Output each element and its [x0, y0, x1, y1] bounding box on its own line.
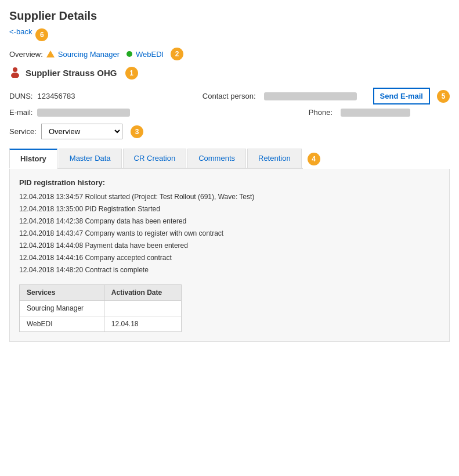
supplier-name: Supplier Strauss OHG	[26, 68, 117, 78]
services-table: Services Activation Date Sourcing Manage…	[19, 284, 182, 332]
history-item: 12.04.2018 14:44:16 Company accepted con…	[19, 253, 440, 263]
duns-value: 123456783	[37, 92, 75, 100]
badge-service: 3	[131, 125, 143, 138]
contact-label: Contact person:	[203, 92, 256, 100]
history-item: 12.04.2018 13:34:57 Rollout started (Pro…	[19, 192, 440, 202]
send-email-button[interactable]: Send E-mail	[373, 88, 430, 104]
badge-back: 6	[35, 28, 48, 41]
email-value-blurred	[37, 109, 130, 117]
badge-webedi: 2	[171, 48, 183, 60]
tab-master-data[interactable]: Master Data	[59, 149, 122, 168]
activation-date-cell	[104, 301, 181, 316]
svg-point-0	[13, 67, 17, 72]
history-item: 12.04.2018 14:44:08 Payment data have be…	[19, 240, 440, 251]
tab-retention[interactable]: Retention	[247, 149, 302, 168]
history-item: 12.04.2018 14:43:47 Company wants to reg…	[19, 228, 440, 239]
activation-col-header: Activation Date	[104, 285, 181, 301]
duns-label: DUNS:	[9, 92, 32, 100]
back-link[interactable]: <-back	[9, 27, 32, 36]
tab-content-history: PID registration history: 12.04.2018 13:…	[9, 169, 450, 342]
history-item: 12.04.2018 14:42:38 Company data has bee…	[19, 216, 440, 226]
contact-value-blurred	[264, 92, 357, 100]
svg-point-1	[11, 73, 19, 78]
service-label: Service:	[9, 127, 37, 136]
phone-label: Phone:	[309, 108, 332, 117]
services-col-header: Services	[20, 285, 104, 301]
service-select[interactable]: Overview Details History	[41, 124, 122, 139]
tab-history[interactable]: History	[9, 149, 57, 169]
overview-label: Overview:	[9, 50, 43, 59]
supplier-person-icon	[9, 66, 21, 80]
person-icon	[9, 66, 21, 78]
tab-comments[interactable]: Comments	[187, 149, 246, 168]
tabs-container: History Master Data CR Creation Comments…	[9, 149, 303, 169]
webedi-link[interactable]: WebEDI	[136, 50, 164, 59]
history-item: 12.04.2018 14:48:20 Contract is complete	[19, 265, 440, 275]
badge-tabs: 4	[308, 153, 320, 165]
badge-send: 5	[437, 90, 450, 103]
sourcing-icon	[46, 51, 55, 57]
green-dot-icon	[127, 51, 132, 57]
page-title: Supplier Details	[9, 9, 450, 23]
sourcing-manager-link[interactable]: Sourcing Manager	[58, 50, 120, 59]
services-table-body: Sourcing ManagerWebEDI12.04.18	[20, 301, 182, 332]
badge-supplier: 1	[125, 67, 138, 80]
history-item: 12.04.2018 13:35:00 PID Registration Sta…	[19, 204, 440, 214]
tab-cr-creation[interactable]: CR Creation	[123, 149, 187, 168]
email-label: E-mail:	[9, 108, 32, 117]
service-name-cell: WebEDI	[20, 316, 104, 332]
table-row: Sourcing Manager	[20, 301, 182, 316]
table-row: WebEDI12.04.18	[20, 316, 182, 332]
service-name-cell: Sourcing Manager	[20, 301, 104, 316]
activation-date-cell: 12.04.18	[104, 316, 181, 332]
history-title: PID registration history:	[19, 178, 440, 187]
phone-value-blurred	[341, 109, 410, 117]
history-items: 12.04.2018 13:34:57 Rollout started (Pro…	[19, 192, 440, 275]
